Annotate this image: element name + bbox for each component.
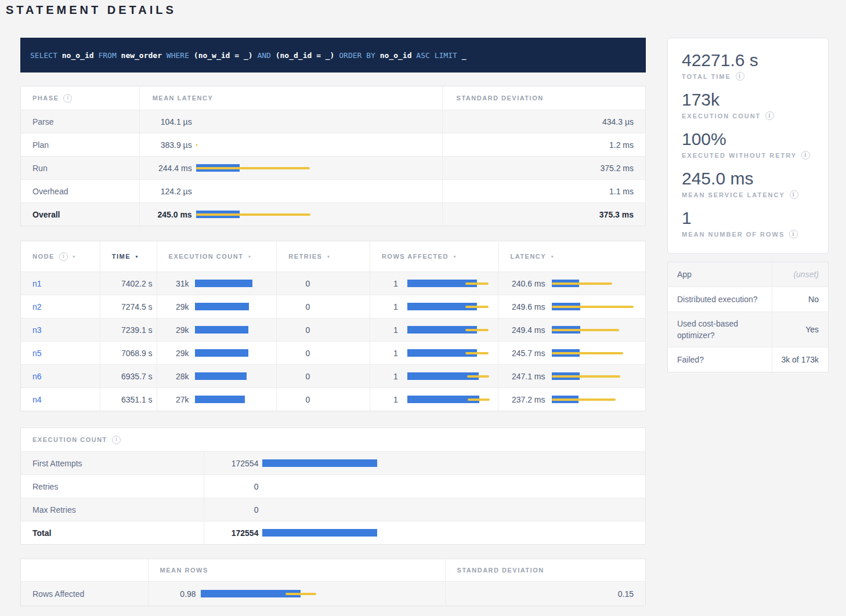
node-link[interactable]: n5 <box>32 349 42 358</box>
rows-affected-value: 1 <box>370 325 398 335</box>
stddev-value: 1.2 ms <box>609 140 634 150</box>
bar-mean <box>195 280 252 287</box>
mean-latency-column-header: MEAN LATENCY <box>140 95 214 102</box>
execution-count-value: 28k <box>157 372 189 381</box>
latency-value: 240.6 ms <box>498 279 545 288</box>
bar-mean <box>195 372 247 380</box>
phase-label: Overhead <box>32 187 68 196</box>
col-header-time[interactable]: TIME <box>100 241 157 271</box>
col-header-node[interactable]: NODE <box>21 241 100 271</box>
col-header-latency[interactable]: LATENCY <box>499 241 646 271</box>
rows-affected-value: 1 <box>370 279 398 288</box>
latency-bar <box>552 303 639 311</box>
rows-affected-value: 1 <box>370 372 398 381</box>
table-row: Overhead 124.2 µs 1.1 ms <box>21 179 645 202</box>
mean-latency-value: 124.2 µs <box>140 187 192 196</box>
sql-keyword: SELECT <box>30 51 57 60</box>
attribute-value: Yes <box>772 312 828 347</box>
bar-stddev <box>196 144 197 146</box>
info-icon[interactable] <box>801 151 810 160</box>
info-icon[interactable] <box>765 111 774 120</box>
node-link[interactable]: n6 <box>32 372 42 381</box>
table-row: Parse 104.1 µs 434.3 µs <box>21 110 645 133</box>
bar-stddev <box>196 213 310 216</box>
bar-stddev <box>552 375 620 378</box>
exec-row-value: 172554 <box>204 528 258 538</box>
rows-affected-value: 1 <box>370 302 398 311</box>
execution-count-bar <box>195 280 273 288</box>
attribute-label: Used cost-based optimizer? <box>668 312 772 347</box>
count-bar <box>262 506 384 514</box>
sql-statement-box: SELECT no_o_id FROM new_order WHERE (no_… <box>20 38 646 73</box>
bar-mean <box>262 459 377 467</box>
stat-value: 245.0 ms <box>682 169 814 189</box>
stddev-value: 375.2 ms <box>600 164 634 173</box>
phase-column-header: PHASE <box>32 95 59 102</box>
sort-arrow-icon <box>135 251 139 262</box>
info-icon[interactable] <box>112 436 121 444</box>
latency-bar <box>196 141 312 149</box>
sql-identifier: no_o_id <box>57 51 94 60</box>
latency-bar <box>552 396 639 404</box>
rows-affected-bar <box>407 326 494 334</box>
page-title: STATEMENT DETAILS <box>6 3 176 17</box>
summary-stats-card: 42271.6 s TOTAL TIME 173k EXECUTION COUN… <box>667 38 829 253</box>
sql-keyword: WHERE <box>162 51 189 60</box>
sql-keyword: ASC <box>412 51 430 60</box>
mean-rows-column-header: MEAN ROWS <box>160 567 208 574</box>
standard-deviation-column-header: STANDARD DEVIATION <box>457 567 544 574</box>
stat-value: 1 <box>682 208 814 228</box>
info-icon[interactable] <box>63 94 72 103</box>
phase-label: Overall <box>32 210 60 219</box>
attribute-value: (unset) <box>772 262 828 287</box>
count-bar <box>262 483 384 491</box>
latency-bar <box>552 280 639 288</box>
col-header-rows-affected[interactable]: ROWS AFFECTED <box>370 241 499 271</box>
phase-label: Plan <box>32 140 49 150</box>
stat-executed-without-retry: 100% EXECUTED WITHOUT RETRY <box>682 129 814 160</box>
info-icon[interactable] <box>736 72 744 81</box>
info-icon[interactable] <box>789 230 798 238</box>
table-row: Rows Affected 0.98 0.15 <box>21 581 645 606</box>
mean-latency-value: 244.4 ms <box>140 164 192 173</box>
rows-affected-value: 1 <box>370 349 398 358</box>
time-value: 7274.5 s <box>121 302 153 311</box>
info-icon[interactable] <box>59 252 68 261</box>
time-value: 6351.1 s <box>121 395 153 404</box>
sql-keyword: AND <box>253 51 271 60</box>
node-link[interactable]: n3 <box>32 325 42 335</box>
stat-total-time: 42271.6 s TOTAL TIME <box>682 50 814 81</box>
execution-count-bar <box>195 349 273 357</box>
node-link[interactable]: n1 <box>32 279 42 288</box>
col-header-execution-count[interactable]: EXECUTION COUNT <box>157 241 277 271</box>
sql-keyword: FROM <box>94 51 117 60</box>
bar-stddev <box>552 329 619 331</box>
phase-label: Parse <box>32 117 54 126</box>
stat-value: 173k <box>682 90 814 110</box>
stat-label: EXECUTED WITHOUT RETRY <box>682 152 797 159</box>
node-link[interactable]: n2 <box>32 302 42 311</box>
stddev-value: 1.1 ms <box>609 187 634 196</box>
col-header-retries[interactable]: RETRIES <box>277 241 370 271</box>
info-icon[interactable] <box>790 190 798 199</box>
exec-row-value: 0 <box>204 505 258 514</box>
node-table-row: n3 7239.1 s 29k 0 1 249.4 ms <box>21 318 645 341</box>
statement-attributes-table: App (unset) Distributed execution? No Us… <box>667 262 829 372</box>
time-value: 7239.1 s <box>121 325 153 335</box>
bar-stddev <box>465 329 489 331</box>
node-link[interactable]: n4 <box>32 395 42 404</box>
execution-count-value: 29k <box>157 349 189 358</box>
bar-stddev <box>552 306 634 308</box>
retries-value: 0 <box>277 372 310 381</box>
table-row: Retries 0 <box>21 474 645 498</box>
stat-value: 100% <box>682 129 814 149</box>
rows-affected-label: Rows Affected <box>32 589 84 599</box>
execution-count-table-header: EXECUTION COUNT <box>21 428 645 451</box>
sort-arrow-icon <box>453 251 457 262</box>
exec-row-label: First Attempts <box>32 459 82 468</box>
node-table-row: n1 7402.2 s 31k 0 1 240.6 ms <box>21 271 645 295</box>
bar-mean <box>195 396 245 403</box>
mean-latency-value: 104.1 µs <box>140 117 192 126</box>
phase-latency-table: PHASE MEAN LATENCY STANDARD DEVIATION Pa… <box>20 86 646 226</box>
sort-arrow-icon <box>247 251 251 262</box>
